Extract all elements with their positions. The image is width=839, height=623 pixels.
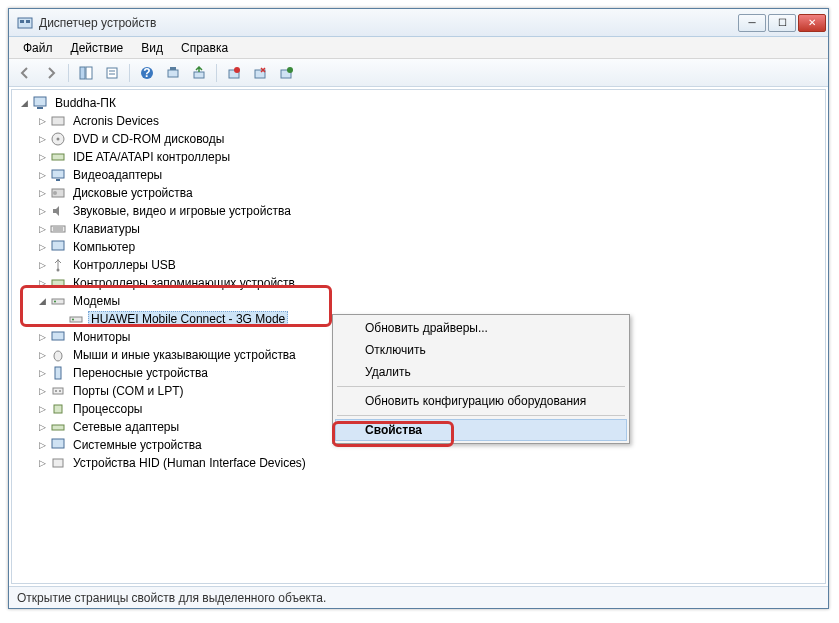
tree-label: Порты (COM и LPT) <box>70 383 187 399</box>
svg-point-27 <box>53 191 57 195</box>
svg-rect-41 <box>53 388 63 394</box>
tree-label: Процессоры <box>70 401 146 417</box>
tree-item-disk[interactable]: ▷Дисковые устройства <box>36 184 819 202</box>
expand-icon[interactable]: ▷ <box>36 277 48 289</box>
expand-icon[interactable]: ▷ <box>36 349 48 361</box>
svg-rect-5 <box>107 68 117 78</box>
expand-icon[interactable]: ▷ <box>36 457 48 469</box>
scan-hardware-button[interactable] <box>161 62 185 84</box>
tree-item-usb[interactable]: ▷Контроллеры USB <box>36 256 819 274</box>
display-icon <box>50 167 66 183</box>
menu-action[interactable]: Действие <box>63 39 132 57</box>
svg-rect-12 <box>194 72 204 78</box>
svg-rect-23 <box>52 154 64 160</box>
tree-label: Дисковые устройства <box>70 185 196 201</box>
expand-icon[interactable]: ▷ <box>36 421 48 433</box>
tree-label: Системные устройства <box>70 437 205 453</box>
svg-rect-31 <box>52 241 64 250</box>
tree-item-storage-controllers[interactable]: ▷Контроллеры запоминающих устройств <box>36 274 819 292</box>
tree-item-dvd[interactable]: ▷DVD и CD-ROM дисководы <box>36 130 819 148</box>
properties-toolbar-button[interactable] <box>100 62 124 84</box>
device-icon <box>50 113 66 129</box>
menu-view[interactable]: Вид <box>133 39 171 57</box>
svg-rect-33 <box>52 280 64 286</box>
tree-item-video[interactable]: ▷Видеоадаптеры <box>36 166 819 184</box>
svg-rect-2 <box>26 20 30 23</box>
disable-toolbar-button[interactable] <box>248 62 272 84</box>
collapse-icon[interactable]: ◢ <box>18 97 30 109</box>
expand-icon[interactable]: ▷ <box>36 367 48 379</box>
hid-icon <box>50 455 66 471</box>
svg-rect-44 <box>54 405 62 413</box>
expand-icon[interactable]: ▷ <box>36 259 48 271</box>
expand-icon[interactable]: ▷ <box>36 241 48 253</box>
content-area: ◢ Buddha-ПК ▷Acronis Devices ▷DVD и CD-R… <box>9 87 828 586</box>
svg-rect-18 <box>34 97 46 106</box>
uninstall-toolbar-button[interactable] <box>222 62 246 84</box>
svg-rect-3 <box>80 67 85 79</box>
tree-label: DVD и CD-ROM дисководы <box>70 131 227 147</box>
collapse-icon[interactable]: ◢ <box>36 295 48 307</box>
expand-icon[interactable]: ▷ <box>36 187 48 199</box>
expand-icon[interactable]: ▷ <box>36 403 48 415</box>
tree-item-modems[interactable]: ◢Модемы <box>36 292 819 310</box>
close-button[interactable]: ✕ <box>798 14 826 32</box>
nav-forward-button[interactable] <box>39 62 63 84</box>
expand-icon[interactable]: ▷ <box>36 223 48 235</box>
tree-item-sound[interactable]: ▷Звуковые, видео и игровые устройства <box>36 202 819 220</box>
expand-icon[interactable]: ▷ <box>36 331 48 343</box>
device-tree[interactable]: ◢ Buddha-ПК ▷Acronis Devices ▷DVD и CD-R… <box>11 89 826 584</box>
window-title: Диспетчер устройств <box>39 16 738 30</box>
show-hide-tree-button[interactable] <box>74 62 98 84</box>
hdd-icon <box>50 185 66 201</box>
svg-rect-20 <box>52 117 64 125</box>
tree-item-keyboards[interactable]: ▷Клавиатуры <box>36 220 819 238</box>
tree-item-hid[interactable]: ▷Устройства HID (Human Interface Devices… <box>36 454 819 472</box>
tree-item-acronis[interactable]: ▷Acronis Devices <box>36 112 819 130</box>
tree-item-computer[interactable]: ▷Компьютер <box>36 238 819 256</box>
ctx-scan-hardware[interactable]: Обновить конфигурацию оборудования <box>335 390 627 412</box>
svg-rect-45 <box>52 425 64 430</box>
expand-icon[interactable]: ▷ <box>36 385 48 397</box>
tree-label: Переносные устройства <box>70 365 211 381</box>
tree-label: Клавиатуры <box>70 221 143 237</box>
minimize-button[interactable]: ─ <box>738 14 766 32</box>
update-driver-toolbar-button[interactable] <box>187 62 211 84</box>
ctx-update-drivers[interactable]: Обновить драйверы... <box>335 317 627 339</box>
ctx-disable[interactable]: Отключить <box>335 339 627 361</box>
expand-icon[interactable]: ▷ <box>36 151 48 163</box>
menu-file[interactable]: Файл <box>15 39 61 57</box>
svg-point-32 <box>57 269 60 272</box>
svg-point-35 <box>54 301 56 303</box>
svg-text:?: ? <box>143 66 150 80</box>
expand-icon[interactable]: ▷ <box>36 115 48 127</box>
svg-rect-38 <box>52 332 64 340</box>
enable-toolbar-button[interactable] <box>274 62 298 84</box>
tree-label: Модемы <box>70 293 123 309</box>
maximize-button[interactable]: ☐ <box>768 14 796 32</box>
app-icon <box>17 15 33 31</box>
expand-icon[interactable]: ▷ <box>36 133 48 145</box>
ctx-delete[interactable]: Удалить <box>335 361 627 383</box>
svg-point-42 <box>55 390 57 392</box>
svg-rect-11 <box>170 67 176 70</box>
tree-label: Сетевые адаптеры <box>70 419 182 435</box>
disc-icon <box>50 131 66 147</box>
toolbar-separator <box>68 64 69 82</box>
expand-icon[interactable]: ▷ <box>36 205 48 217</box>
tree-item-ide[interactable]: ▷IDE ATA/ATAPI контроллеры <box>36 148 819 166</box>
menu-help[interactable]: Справка <box>173 39 236 57</box>
ctx-separator <box>337 415 625 416</box>
tree-label: Компьютер <box>70 239 138 255</box>
tree-label: Устройства HID (Human Interface Devices) <box>70 455 309 471</box>
tree-root[interactable]: ◢ Buddha-ПК <box>18 94 819 112</box>
nav-back-button[interactable] <box>13 62 37 84</box>
expand-icon[interactable]: ▷ <box>36 169 48 181</box>
tree-label: Звуковые, видео и игровые устройства <box>70 203 294 219</box>
svg-rect-36 <box>70 317 82 322</box>
cpu-icon <box>50 401 66 417</box>
expand-icon[interactable]: ▷ <box>36 439 48 451</box>
help-toolbar-button[interactable]: ? <box>135 62 159 84</box>
ctx-properties[interactable]: Свойства <box>335 419 627 441</box>
svg-point-14 <box>234 67 240 73</box>
